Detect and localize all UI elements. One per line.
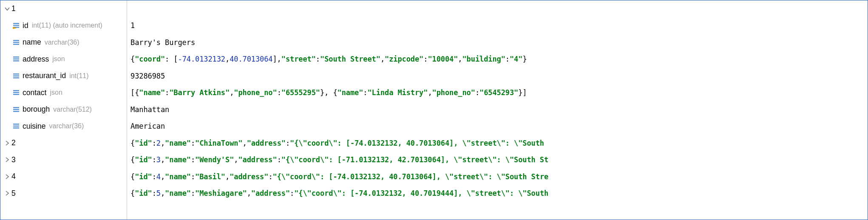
chevron-right-icon[interactable]: [3, 191, 11, 196]
json-token: ,: [247, 189, 251, 197]
value-text: 1: [130, 21, 135, 30]
field-row[interactable]: restaurant_idint(11): [0, 68, 127, 85]
svg-rect-20: [13, 124, 19, 125]
json-token: {: [130, 189, 135, 197]
field-name: 4: [11, 172, 16, 181]
json-token: ,: [161, 139, 165, 147]
json-token: "building": [462, 55, 505, 63]
value-cell[interactable]: [{"name": "Barry Atkins", "phone_no": "6…: [127, 85, 868, 102]
field-row[interactable]: addressjson: [0, 51, 127, 68]
value-cell[interactable]: 1: [127, 17, 868, 34]
json-token: :: [165, 88, 169, 97]
tree-row[interactable]: 2: [0, 135, 127, 152]
field-name: cuisine: [23, 122, 45, 131]
json-token: "6545293": [479, 88, 518, 97]
column-icon: [11, 122, 21, 130]
json-token: "Barry Atkins": [169, 88, 230, 97]
json-token: "name": [165, 189, 191, 197]
json-token: ,: [161, 172, 165, 181]
json-token: ,: [458, 55, 462, 63]
field-row[interactable]: idint(11) (auto increment): [0, 17, 127, 34]
field-type: int(11): [69, 72, 88, 80]
json-token: :: [191, 172, 195, 181]
json-token: :: [191, 189, 195, 197]
json-token: :: [363, 88, 367, 97]
value-cell[interactable]: {"id": 4, "name": "Basil", "address": "{…: [127, 168, 868, 185]
field-name: 1: [11, 4, 16, 13]
field-type: json: [50, 89, 62, 96]
tree-row[interactable]: 3: [0, 152, 127, 169]
json-token: ],: [272, 55, 281, 63]
json-token: {: [130, 139, 135, 147]
field-type: json: [52, 55, 65, 63]
json-token: : [: [165, 55, 178, 63]
primary-key-column-icon: [11, 22, 21, 29]
tree-row[interactable]: 4: [0, 168, 127, 185]
column-icon: [11, 89, 21, 96]
svg-rect-10: [13, 60, 19, 62]
json-token: "name": [165, 139, 191, 147]
json-token: "Wendy'S": [195, 155, 234, 164]
field-name: 5: [11, 189, 16, 198]
field-row[interactable]: cuisinevarchar(36): [0, 118, 127, 135]
value-cell[interactable]: {"id": 3, "name": "Wendy'S", "address": …: [127, 152, 868, 169]
json-token: }, {: [320, 88, 338, 97]
value-text: American: [130, 122, 165, 130]
field-type: int(11) (auto increment): [32, 22, 102, 29]
chevron-right-icon[interactable]: [3, 141, 11, 146]
json-token: "{\"coord\": [-74.0132132, 40.7013064], …: [290, 139, 544, 147]
svg-rect-7: [13, 44, 19, 45]
json-token: :: [423, 55, 428, 63]
field-name: name: [23, 38, 41, 47]
value-cell[interactable]: Barry's Burgers: [127, 34, 868, 51]
svg-rect-1: [13, 25, 19, 26]
field-row[interactable]: boroughvarchar(512): [0, 101, 127, 118]
json-token: "{\"coord\": [-71.0132132, 42.7013064], …: [281, 155, 548, 164]
json-token: :: [152, 155, 156, 164]
json-token: "10004": [428, 55, 458, 63]
json-token: ,: [234, 155, 238, 164]
svg-rect-18: [13, 109, 19, 110]
json-token: "name": [139, 88, 165, 97]
json-token: :: [268, 172, 272, 181]
field-row[interactable]: namevarchar(36): [0, 34, 127, 51]
json-token: "6555295": [281, 88, 320, 97]
json-token: :: [505, 55, 510, 63]
chevron-right-icon[interactable]: [3, 174, 11, 179]
json-token: "4": [510, 55, 522, 63]
tree-row[interactable]: 1: [0, 0, 127, 17]
value-cell[interactable]: {"id": 5, "name": "Meshiagare", "address…: [127, 185, 868, 202]
svg-rect-13: [13, 77, 19, 79]
tree-row[interactable]: 5: [0, 185, 127, 202]
record-tree-panel: 1idint(11) (auto increment)namevarchar(3…: [0, 0, 868, 220]
json-token: :: [286, 139, 290, 147]
column-icon: [11, 39, 21, 46]
value-cell[interactable]: 93286985: [127, 68, 868, 85]
svg-rect-17: [13, 107, 19, 108]
value-cell[interactable]: {"id": 2, "name": "ChinaTown", "address"…: [127, 135, 868, 152]
json-token: :: [191, 139, 195, 147]
json-token: "Linda Mistry": [367, 88, 428, 97]
svg-rect-11: [13, 73, 19, 75]
value-cell[interactable]: {"coord": [-74.0132132, 40.7013064], "st…: [127, 51, 868, 68]
value-cell[interactable]: [127, 0, 868, 17]
svg-rect-14: [13, 90, 19, 91]
json-token: "Basil": [195, 172, 225, 181]
svg-rect-19: [13, 111, 19, 112]
json-token: :: [152, 189, 156, 197]
chevron-down-icon[interactable]: [3, 6, 11, 11]
json-token: "zipcode": [385, 55, 423, 63]
value-cell[interactable]: American: [127, 118, 868, 135]
json-token: ,: [161, 155, 165, 164]
json-token: "id": [135, 139, 152, 147]
field-row[interactable]: contactjson: [0, 85, 127, 102]
json-token: 40.7013064: [230, 55, 272, 63]
json-token: "address": [247, 139, 286, 147]
json-token: ,: [428, 88, 432, 97]
value-cell[interactable]: Manhattan: [127, 101, 868, 118]
json-token: "ChinaTown": [195, 139, 242, 147]
json-token: "Meshiagare": [195, 189, 247, 197]
chevron-right-icon[interactable]: [3, 157, 11, 162]
json-token: ,: [243, 139, 247, 147]
svg-rect-4: [14, 28, 17, 28]
